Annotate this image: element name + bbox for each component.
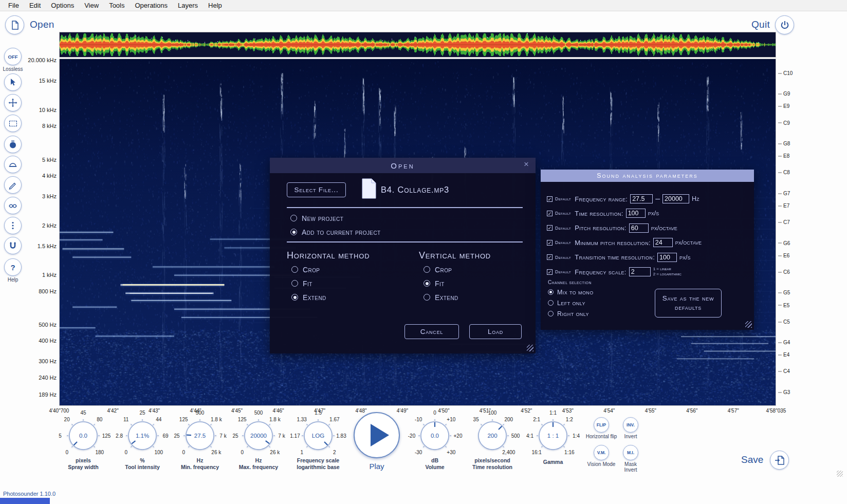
knob-frequency-scale-base[interactable]: 11.171.331.51.671.832LOGFrequency scalel… <box>290 407 346 474</box>
param-input[interactable]: 60 <box>629 223 649 233</box>
param-input[interactable]: 27.5 <box>630 194 653 203</box>
checkbox-checked-icon[interactable]: ✓ <box>547 211 553 216</box>
freq-tick-label: 10 kHz <box>39 107 57 113</box>
quit-button[interactable] <box>775 15 794 34</box>
knob-scale-label: 1.5 <box>315 410 322 416</box>
note-tick-label: E9 <box>778 103 789 109</box>
channel-option[interactable]: Left only <box>548 297 594 308</box>
knob-scale-label: -20 <box>408 433 415 439</box>
default-label: Default <box>555 226 571 231</box>
dialog-resize-grip[interactable] <box>745 321 752 328</box>
mini-button-vm[interactable]: V.M. <box>594 445 609 460</box>
menu-layers[interactable]: Layers <box>173 2 203 9</box>
note-tick-label: C10 <box>778 70 793 76</box>
frequency-axis: 20.000 kHz15 kHz10 kHz8 kHz5 kHz4 kHz3 k… <box>19 59 57 406</box>
analysis-dialog-title: Sound analysis parameters <box>597 172 697 179</box>
knob-spray-width[interactable]: 052045801251800.0pixelsSpray width <box>55 407 112 474</box>
param-label: Frequency scale: <box>575 268 627 276</box>
analysis-param-row: ✓DefaultMinimum pitch resolution:24px/oc… <box>547 237 702 248</box>
open-dialog-titlebar[interactable]: Open × <box>270 158 536 173</box>
menu-operations[interactable]: Operations <box>130 2 173 9</box>
param-input[interactable]: 100 <box>657 253 677 262</box>
knob-gamma[interactable]: 16:14:12:11:11:21:41:161 : 1Gamma <box>525 407 581 474</box>
checkbox-checked-icon[interactable]: ✓ <box>547 225 553 231</box>
v-method-option[interactable]: Crop <box>424 263 458 276</box>
checkbox-checked-icon[interactable]: ✓ <box>547 240 553 246</box>
mini-button-inv[interactable]: INV. <box>623 417 638 433</box>
mini-button-flip[interactable]: FLIP <box>594 417 609 433</box>
param-input[interactable]: 24 <box>653 238 673 247</box>
knob-value: 27.5 <box>194 433 206 439</box>
dialog-resize-grip[interactable] <box>527 345 533 351</box>
select-file-button[interactable]: Select File... <box>287 182 346 197</box>
h-method-option[interactable]: Extend <box>291 290 326 304</box>
checkbox-checked-icon[interactable]: ✓ <box>547 254 553 260</box>
knob-scale-label: -30 <box>415 449 422 455</box>
note-tick-label: G6 <box>778 240 790 246</box>
knob-volume[interactable]: -30-20-100+10+20+300.0dBVolume <box>407 407 463 474</box>
knob-unit-label: Hz <box>225 457 292 463</box>
menu-help[interactable]: Help <box>203 2 227 9</box>
checkbox-checked-icon[interactable]: ✓ <box>547 269 553 275</box>
checkbox-checked-icon[interactable]: ✓ <box>547 196 553 202</box>
v-method-option[interactable]: Extend <box>424 290 458 304</box>
knob-scale-label: 11 <box>123 417 128 422</box>
knob-max-frequency[interactable]: 0251255001.8 k7 k26 k20000HzMax. frequen… <box>230 407 287 474</box>
analysis-dialog-titlebar[interactable]: Sound analysis parameters <box>541 170 754 182</box>
radio-label: Right only <box>557 310 589 318</box>
radio-label: Crop <box>303 266 320 274</box>
menu-view[interactable]: View <box>79 2 104 9</box>
close-icon[interactable]: × <box>524 159 530 170</box>
knob-scale-label: 2.8 <box>116 433 123 439</box>
knob-time-resolution[interactable]: 351002005002,400200pixels/secondTime res… <box>464 407 521 474</box>
waveform-overview[interactable] <box>59 32 776 58</box>
param-input[interactable]: 20000 <box>662 194 689 203</box>
save-button[interactable] <box>770 451 789 470</box>
menu-tools[interactable]: Tools <box>104 2 130 9</box>
project-option[interactable]: Add to current project <box>290 225 381 239</box>
time-tick-label: 4'48" <box>355 408 366 414</box>
cancel-button[interactable]: Cancel <box>404 324 459 339</box>
open-button[interactable] <box>5 15 24 34</box>
knob-scale-label: 44 <box>156 417 161 422</box>
param-input[interactable]: 100 <box>626 209 646 218</box>
knob-scale-label: 1.8 k <box>269 417 281 422</box>
magnet-icon <box>8 240 18 251</box>
knob-name-label: logarithmic base <box>282 464 354 470</box>
menu-file[interactable]: File <box>3 2 24 9</box>
channel-option[interactable]: Right only <box>548 308 594 319</box>
v-method-options: CropFitExtend <box>424 263 458 304</box>
h-method-option[interactable]: Crop <box>291 263 326 276</box>
note-tick-label: E6 <box>778 252 789 258</box>
save-file-icon <box>774 455 785 466</box>
default-label: Default <box>555 255 571 260</box>
save-label: Save <box>741 454 763 465</box>
knob-tool-intensity[interactable]: 02.8112544691001.1%%Tool intensity <box>114 407 171 474</box>
analysis-param-row: ✓DefaultPitch resolution:60px/octave <box>547 223 677 233</box>
play-button[interactable] <box>354 412 400 458</box>
knob-scale-label: 1.67 <box>329 417 339 422</box>
menu-edit[interactable]: Edit <box>24 2 46 9</box>
h-method-options: CropFitExtend <box>291 263 326 304</box>
note-tick-label: G4 <box>778 340 790 345</box>
freq-tick-label: 15 kHz <box>39 78 57 84</box>
save-defaults-button[interactable]: Save as the new defaults <box>655 289 722 318</box>
knob-scale-label: 1:2 <box>566 417 573 422</box>
project-option[interactable]: New project <box>290 211 381 225</box>
channel-option[interactable]: Mix to mono <box>548 287 594 297</box>
freq-tick-label: 400 Hz <box>39 338 57 344</box>
param-input[interactable]: 2 <box>629 267 651 276</box>
menu-options[interactable]: Options <box>46 2 79 9</box>
knob-value: 200 <box>487 433 497 439</box>
v-method-option[interactable]: Fit <box>424 276 458 290</box>
h-method-option[interactable]: Fit <box>291 276 326 290</box>
window-resize-grip[interactable] <box>837 471 843 477</box>
note-tick-label: G3 <box>778 389 790 395</box>
open-label: Open <box>30 19 54 30</box>
time-tick-label: 4'56" <box>686 408 697 414</box>
knob-min-frequency[interactable]: 0251255001.8 k7 k26 k27.5HzMin. frequenc… <box>172 407 228 474</box>
load-button[interactable]: Load <box>469 324 522 339</box>
mini-button-mi[interactable]: M.I. <box>623 445 638 460</box>
glasses-icon <box>8 200 18 211</box>
radio-unselected-icon <box>424 266 430 273</box>
